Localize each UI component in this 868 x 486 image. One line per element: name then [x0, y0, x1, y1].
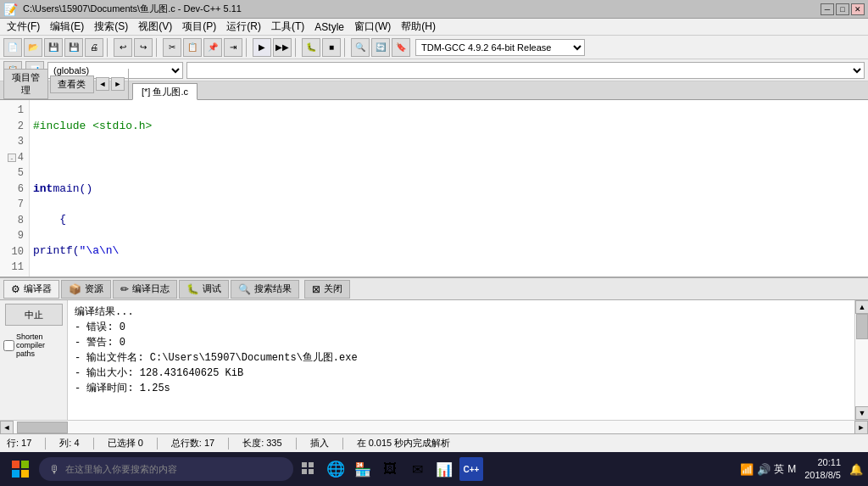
copy-button[interactable]: 📋	[183, 38, 202, 57]
ln-1: 1	[2, 103, 27, 120]
tab-bar: 项目管理 查看类 ◄ ► [*] 鱼儿图.c	[0, 81, 868, 100]
status-col: 列: 4	[56, 437, 82, 450]
menu-astyle[interactable]: AStyle	[309, 20, 349, 35]
tray-network-icon[interactable]: 📶	[740, 463, 754, 476]
scroll-track[interactable]	[855, 314, 868, 406]
tray-input-icon[interactable]: M	[787, 463, 796, 475]
menu-window[interactable]: 窗口(W)	[349, 18, 396, 36]
start-button[interactable]	[5, 454, 36, 484]
bottom-tab-search[interactable]: 🔍 搜索结果	[231, 280, 299, 299]
new-button[interactable]: 📄	[3, 38, 22, 57]
menu-tools[interactable]: 工具(T)	[266, 18, 309, 36]
menu-help[interactable]: 帮助(H)	[396, 18, 441, 36]
compiler-select[interactable]: TDM-GCC 4.9.2 64-bit Release	[415, 39, 585, 56]
svg-rect-4	[302, 462, 307, 467]
compile-button[interactable]: ▶	[253, 38, 271, 57]
tray-clock[interactable]: 20:11 2018/8/5	[799, 456, 846, 483]
collapse-4[interactable]: -	[8, 154, 16, 162]
undo-button[interactable]: ↩	[114, 38, 132, 57]
code-editor[interactable]: 1 2 3 -4 5 6 7 8 9 10 11 12 13 14 15 16 …	[0, 100, 868, 277]
abort-button[interactable]: 中止	[5, 304, 63, 326]
task-view-button[interactable]	[297, 457, 320, 481]
replace-button[interactable]: 🔄	[371, 38, 390, 57]
ln-3: 3	[2, 135, 27, 151]
code-content: 1 2 3 -4 5 6 7 8 9 10 11 12 13 14 15 16 …	[0, 100, 868, 277]
devcpp-icon[interactable]: C++	[459, 457, 483, 481]
scope-select[interactable]	[186, 62, 865, 79]
run-button[interactable]: ▶▶	[273, 38, 292, 57]
paste-button[interactable]: 📌	[203, 38, 222, 57]
menu-project[interactable]: 项目(P)	[177, 18, 221, 36]
store-icon[interactable]: 🏪	[351, 457, 375, 481]
maximize-button[interactable]: □	[836, 3, 849, 15]
open-button[interactable]: 📂	[24, 38, 42, 57]
print-button[interactable]: 🖨	[85, 38, 103, 57]
menu-view[interactable]: 视图(V)	[133, 18, 177, 36]
edge-icon[interactable]: 🌐	[324, 457, 348, 481]
bottom-tab-debug[interactable]: 🐛 调试	[179, 280, 229, 299]
sidebar-tab-view[interactable]: 查看类	[50, 75, 95, 93]
bottom-tab-debug-label: 调试	[203, 282, 221, 295]
menu-search[interactable]: 搜索(S)	[89, 18, 133, 36]
h-scroll-left-button[interactable]: ◄	[0, 421, 14, 434]
bottom-tab-log[interactable]: ✏ 编译日志	[113, 280, 177, 299]
scroll-up-button[interactable]: ▲	[855, 300, 868, 314]
output-content: 编译结果... - 错误: 0 - 警告: 0 - 输出文件名: C:\User…	[68, 300, 854, 420]
h-scroll-track[interactable]	[14, 421, 854, 433]
sidebar-nav-prev[interactable]: ◄	[96, 77, 109, 91]
menu-run[interactable]: 运行(R)	[221, 18, 266, 36]
output-scrollbar[interactable]: ▲ ▼	[854, 300, 868, 420]
h-scroll-right-button[interactable]: ►	[854, 421, 868, 434]
ln-10: 10	[2, 245, 27, 261]
svg-rect-1	[21, 461, 29, 468]
output-title: 编译结果...	[75, 304, 848, 319]
output-sidebar: 中止 Shorten compiler paths	[0, 300, 68, 420]
menu-file[interactable]: 文件(F)	[2, 18, 45, 36]
save-button[interactable]: 💾	[44, 38, 63, 57]
ln-8: 8	[2, 214, 27, 230]
toolbar-secondary: 📋 📊 (globals)	[0, 59, 868, 81]
scroll-down-button[interactable]: ▼	[855, 406, 868, 420]
status-row: 行: 17	[3, 437, 35, 450]
svg-rect-0	[12, 461, 19, 468]
taskbar-search-bar[interactable]: 🎙 在这里输入你要搜索的内容	[39, 457, 293, 481]
file-tab-active[interactable]: [*] 鱼儿图.c	[132, 83, 198, 100]
tray-volume-icon[interactable]: 🔊	[757, 463, 771, 476]
toolbar-sep-2	[156, 38, 159, 57]
stop-button[interactable]: ■	[322, 38, 341, 57]
tray-lang-indicator[interactable]: 英	[774, 462, 784, 477]
find-button[interactable]: 🔍	[351, 38, 370, 57]
bottom-tab-compiler[interactable]: ⚙ 编译器	[3, 280, 59, 299]
mail-icon[interactable]: ✉	[405, 457, 429, 481]
cut-button[interactable]: ✂	[163, 38, 181, 57]
h-scrollbar[interactable]: ◄ ►	[0, 420, 868, 433]
status-bar: 行: 17 列: 4 已选择 0 总行数: 17 长度: 335 插入 在 0.…	[0, 433, 868, 452]
bottom-tab-close[interactable]: ⊠ 关闭	[304, 280, 350, 299]
save-all-button[interactable]: 💾	[64, 38, 83, 57]
svg-rect-3	[21, 470, 29, 478]
indent-button[interactable]: ⇥	[224, 38, 242, 57]
tray-notification-icon[interactable]: 🔔	[849, 463, 863, 476]
status-sep-1	[45, 438, 46, 450]
sidebar-nav-next[interactable]: ►	[111, 77, 125, 91]
menu-edit[interactable]: 编辑(E)	[45, 18, 89, 36]
title-bar: 📝 C:\Users\15907\Documents\鱼儿图.c - Dev-C…	[0, 0, 868, 19]
output-line-5: - 编译时间: 1.25s	[75, 381, 848, 395]
toolbar-sep-5	[344, 38, 348, 57]
h-scroll-thumb[interactable]	[17, 422, 68, 433]
debug-button[interactable]: 🐛	[302, 38, 320, 57]
app6-icon[interactable]: 📊	[432, 457, 456, 481]
close-button[interactable]: ✕	[851, 3, 865, 15]
bookmark-button[interactable]: 🔖	[392, 38, 410, 57]
photos-icon[interactable]: 🖼	[378, 457, 402, 481]
redo-button[interactable]: ↪	[134, 38, 153, 57]
shorten-paths-checkbox[interactable]	[3, 340, 14, 351]
minimize-button[interactable]: ─	[821, 3, 834, 15]
taskbar-mic-icon: 🎙	[49, 463, 60, 476]
scroll-thumb[interactable]	[856, 314, 868, 339]
app-icon: 📝	[3, 3, 18, 16]
sidebar-tab-project[interactable]: 项目管理	[3, 69, 48, 99]
code-text[interactable]: #include <stdio.h> int main() { printf("…	[30, 100, 868, 277]
bottom-tab-resources[interactable]: 📦 资源	[61, 280, 111, 299]
status-selected: 已选择 0	[104, 437, 147, 450]
